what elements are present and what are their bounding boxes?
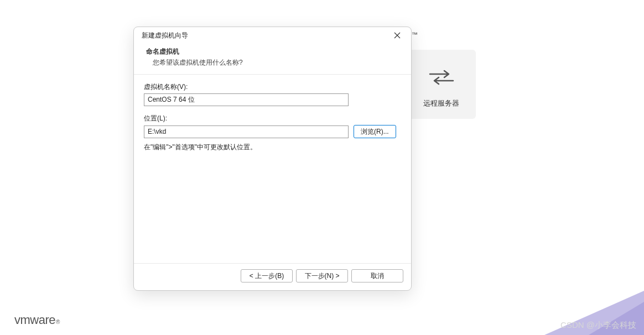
watermark: CSDN @小李会科技 <box>560 320 636 331</box>
vmware-logo-text: vmware <box>14 313 55 327</box>
remote-server-label: 远程服务器 <box>423 98 459 108</box>
vmware-logo: vmware® <box>14 313 60 325</box>
dialog-subheading: 您希望该虚拟机使用什么名称? <box>146 58 399 67</box>
new-vm-wizard-dialog: 新建虚拟机向导 命名虚拟机 您希望该虚拟机使用什么名称? 虚拟机名称(V): 位… <box>133 27 412 291</box>
remote-server-icon <box>428 61 455 94</box>
close-button[interactable] <box>387 28 408 43</box>
location-input[interactable] <box>144 125 349 138</box>
vmware-reg-symbol: ® <box>56 319 60 325</box>
dialog-titlebar: 新建虚拟机向导 <box>134 27 411 44</box>
next-button[interactable]: 下一步(N) > <box>296 269 348 282</box>
trademark-symbol: ™ <box>412 31 418 38</box>
cancel-button[interactable]: 取消 <box>351 269 403 282</box>
dialog-footer: < 上一步(B) 下一步(N) > 取消 <box>134 263 411 290</box>
dialog-header: 命名虚拟机 您希望该虚拟机使用什么名称? <box>134 44 411 74</box>
vm-name-input[interactable] <box>144 93 349 106</box>
dialog-title: 新建虚拟机向导 <box>142 31 188 40</box>
vm-name-label: 虚拟机名称(V): <box>144 82 401 92</box>
location-hint: 在"编辑">"首选项"中可更改默认位置。 <box>144 143 401 152</box>
close-icon <box>394 32 401 39</box>
back-button[interactable]: < 上一步(B) <box>241 269 293 282</box>
dialog-body: 虚拟机名称(V): 位置(L): 浏览(R)... 在"编辑">"首选项"中可更… <box>134 75 411 263</box>
remote-server-card[interactable]: 远程服务器 <box>407 50 476 119</box>
dialog-heading: 命名虚拟机 <box>146 47 399 56</box>
location-label: 位置(L): <box>144 114 401 123</box>
browse-button[interactable]: 浏览(R)... <box>354 125 396 138</box>
